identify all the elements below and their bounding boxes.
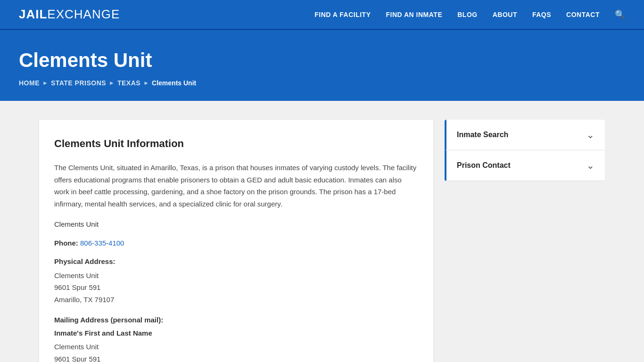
sidebar-prison-contact-label: Prison Contact — [457, 161, 511, 170]
hero-section: Clements Unit Home ► State Prisons ► Tex… — [0, 30, 644, 101]
nav-about[interactable]: ABOUT — [493, 11, 517, 18]
main-content: Clements Unit Information The Clements U… — [20, 101, 624, 362]
mailing-address-label: Mailing Address (personal mail): — [54, 314, 418, 326]
breadcrumb-sep-3: ► — [143, 80, 149, 86]
chevron-down-icon: ⌄ — [586, 129, 594, 140]
mailing-address-line-1: Clements Unit — [54, 341, 418, 353]
main-nav: FIND A FACILITY FIND AN INMATE BLOG ABOU… — [314, 9, 625, 20]
physical-address-label: Physical Address: — [54, 255, 418, 268]
breadcrumb-home[interactable]: Home — [19, 79, 40, 87]
nav-contact[interactable]: CONTACT — [566, 11, 600, 18]
physical-address-line-1: Clements Unit — [54, 270, 418, 282]
logo-jail: JAIL — [19, 7, 47, 21]
mailing-inmate-name: Inmate's First and Last Name — [54, 327, 418, 339]
sidebar: Inmate Search ⌄ Prison Contact ⌄ — [445, 120, 605, 181]
breadcrumb-state-prisons[interactable]: State Prisons — [51, 79, 106, 87]
header: JAILEXCHANGE FIND A FACILITY FIND AN INM… — [0, 0, 644, 30]
info-heading: Clements Unit Information — [54, 135, 418, 152]
info-description: The Clements Unit, situated in Amarillo,… — [54, 162, 418, 210]
info-card: Clements Unit Information The Clements U… — [39, 120, 433, 362]
breadcrumb-sep-2: ► — [109, 80, 115, 86]
sidebar-prison-contact[interactable]: Prison Contact ⌄ — [445, 150, 605, 181]
sidebar-inmate-search-label: Inmate Search — [457, 131, 508, 139]
chevron-down-icon-2: ⌄ — [586, 160, 594, 171]
mailing-address-block: Mailing Address (personal mail): Inmate'… — [54, 314, 418, 362]
breadcrumb-current: Clements Unit — [152, 79, 196, 87]
breadcrumb-sep-1: ► — [42, 80, 48, 86]
page-title: Clements Unit — [19, 49, 625, 72]
phone-line: Phone: 806-335-4100 — [54, 237, 418, 249]
nav-find-facility[interactable]: FIND A FACILITY — [314, 11, 371, 18]
logo-exchange: EXCHANGE — [47, 7, 120, 21]
physical-address-block: Physical Address: Clements Unit 9601 Spu… — [54, 255, 418, 305]
nav-blog[interactable]: BLOG — [457, 11, 477, 18]
physical-address-line-3: Amarillo, TX 79107 — [54, 294, 418, 306]
physical-address-line-2: 9601 Spur 591 — [54, 281, 418, 294]
site-logo[interactable]: JAILEXCHANGE — [19, 7, 120, 22]
phone-number[interactable]: 806-335-4100 — [80, 239, 124, 247]
mailing-address-line-2: 9601 Spur 591 — [54, 353, 418, 362]
sidebar-inmate-search[interactable]: Inmate Search ⌄ — [445, 120, 605, 150]
breadcrumb: Home ► State Prisons ► Texas ► Clements … — [19, 79, 625, 87]
nav-faqs[interactable]: FAQs — [532, 11, 551, 18]
nav-find-inmate[interactable]: FIND AN INMATE — [386, 11, 442, 18]
search-button[interactable]: 🔍 — [615, 9, 625, 20]
breadcrumb-texas[interactable]: Texas — [117, 79, 140, 87]
phone-label: Phone: — [54, 239, 78, 247]
facility-name: Clements Unit — [54, 218, 418, 230]
